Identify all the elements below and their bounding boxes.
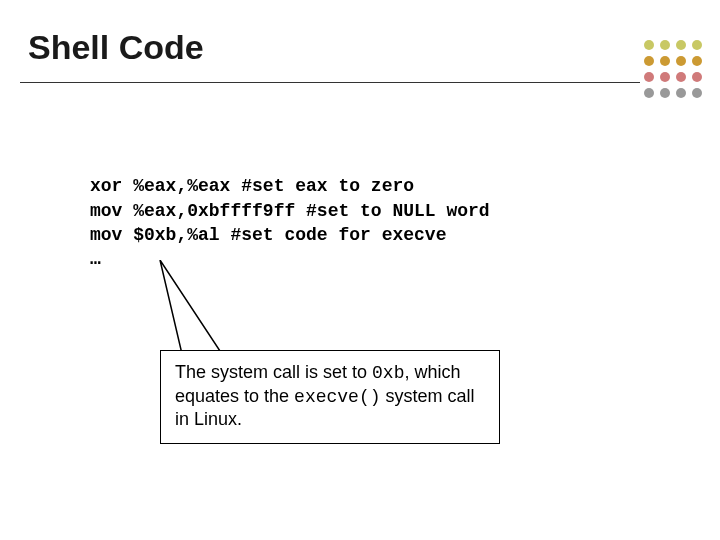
dot-icon [644, 88, 654, 98]
callout-text: The system call is set to [175, 362, 372, 382]
dot-icon [660, 56, 670, 66]
dot-icon [676, 88, 686, 98]
dot-icon [692, 40, 702, 50]
callout-code: execve() [294, 387, 380, 407]
callout-box: The system call is set to 0xb, which equ… [160, 350, 500, 444]
dot-icon [692, 72, 702, 82]
assembly-code-block: xor %eax,%eax #set eax to zero mov %eax,… [90, 150, 490, 271]
code-line: … [90, 249, 101, 269]
code-line: xor %eax,%eax #set eax to zero [90, 176, 414, 196]
callout: The system call is set to 0xb, which equ… [160, 350, 500, 444]
dot-icon [676, 72, 686, 82]
dot-icon [644, 72, 654, 82]
title-underline [20, 82, 640, 83]
dot-icon [676, 40, 686, 50]
decorative-dot-grid [644, 40, 702, 104]
dot-icon [692, 88, 702, 98]
code-line: mov %eax,0xbffff9ff #set to NULL word [90, 201, 490, 221]
callout-code: 0xb [372, 363, 404, 383]
dot-icon [660, 72, 670, 82]
slide-title: Shell Code [28, 28, 204, 67]
dot-icon [660, 40, 670, 50]
code-line: mov $0xb,%al #set code for execve [90, 225, 446, 245]
dot-icon [676, 56, 686, 66]
dot-icon [660, 88, 670, 98]
dot-icon [644, 40, 654, 50]
dot-icon [692, 56, 702, 66]
dot-icon [644, 56, 654, 66]
svg-marker-0 [160, 260, 222, 354]
